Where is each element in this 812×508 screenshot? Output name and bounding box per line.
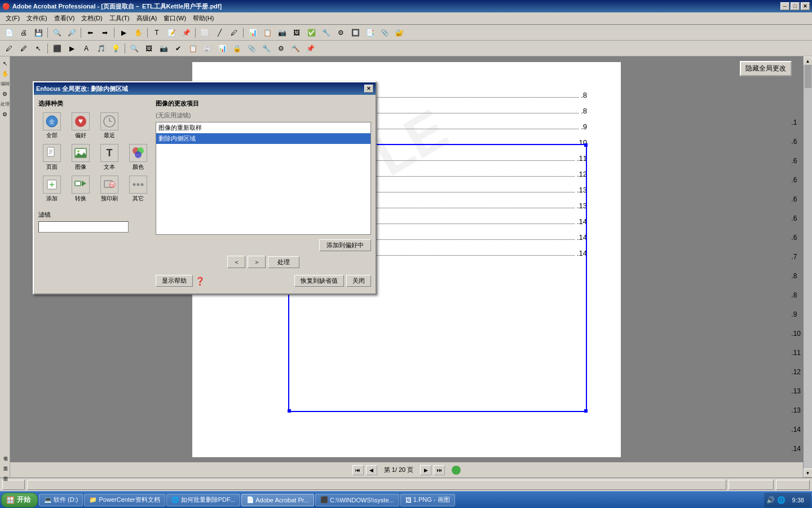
toolbar2-btn2[interactable]: 🖉 [17,42,30,55]
toolbar2-btn5[interactable]: A [80,42,93,55]
toolbar-btn2[interactable]: 📋 [261,27,274,39]
filter-input[interactable] [38,221,129,233]
toolbar-new[interactable]: 📄 [2,27,16,39]
icon-recent[interactable]: 最近 [96,111,122,141]
icon-page[interactable]: 页面 [38,143,65,172]
scrollbar-thumb[interactable] [805,65,811,88]
menu-file[interactable]: 文(F) [2,13,23,24]
taskbar-btn-acrobat[interactable]: 📄 Adobe Acrobat Pr... [241,494,314,506]
taskbar-btn-pdf[interactable]: 🌐 如何批量删除PDF... [166,494,240,506]
add-to-favorite-btn[interactable]: 添加到偏好中 [319,239,371,251]
toolbar2-btn12[interactable]: 📋 [186,42,200,55]
toolbar2-btn17[interactable]: 🔧 [259,42,273,55]
toolbar-line[interactable]: ╱ [213,27,226,39]
show-help-btn[interactable]: 显示帮助 [156,275,193,287]
toolbar-search[interactable]: 🔍 [50,27,64,39]
toolbar-select[interactable]: ▶ [117,27,130,39]
reset-btn[interactable]: 恢复到缺省值 [294,275,344,287]
close-btn[interactable]: ✕ [801,2,810,10]
toolbar-btn11[interactable]: 🔐 [392,27,406,39]
toolbar2-btn7[interactable]: 💡 [109,42,122,55]
toolbar2-btn11[interactable]: ✔ [171,42,185,55]
toolbar-btn3[interactable]: 📷 [275,27,289,39]
menu-help[interactable]: 帮助(H) [189,13,217,24]
toolbar-forward[interactable]: ➡ [98,27,112,39]
icon-prepress[interactable]: 预 预印刷 [96,174,122,204]
toolbar2-btn14[interactable]: 📊 [215,42,229,55]
toolbar-btn8[interactable]: 🔲 [348,27,362,39]
toolbar-btn7[interactable]: ⚙ [334,27,347,39]
icon-convert[interactable]: 转换 [67,174,94,204]
icon-color[interactable]: 颜色 [125,143,151,172]
hide-changes-btn[interactable]: 隐藏全局更改 [740,61,792,76]
process-btn[interactable]: 处理 [268,256,299,268]
tool-settings1[interactable]: ⚙ [1,89,10,98]
toolbar-print[interactable]: 🖨 [17,27,30,39]
toolbar2-btn9[interactable]: 🖼 [142,42,156,55]
tool-select[interactable]: ↖ [1,59,10,68]
changes-item-resample[interactable]: 图像的重新取样 [156,122,370,133]
toolbar-btn6[interactable]: 🔧 [319,27,333,39]
page-last-btn[interactable]: ⏭ [434,465,445,475]
tool-hand[interactable]: ✋ [1,69,10,78]
toolbar-btn4[interactable]: 🖼 [290,27,303,39]
scroll-down-btn[interactable]: ▼ [804,468,813,478]
toolbar-shapes[interactable]: ⬜ [198,27,211,39]
icon-text[interactable]: T 文本 [96,143,122,172]
taskbar-btn-windows[interactable]: ⬛ C:\\WINDOWS\\syste... [315,494,399,506]
toolbar-save[interactable]: 💾 [32,27,45,39]
taskbar-btn-powercenter[interactable]: 📁 PowerCenter资料文档 [84,494,165,506]
toolbar-text[interactable]: T [150,27,164,39]
toolbar2-btn10[interactable]: 📷 [157,42,170,55]
toolbar2-btn15[interactable]: 🔒 [230,42,244,55]
toolbar-back[interactable]: ⬅ [83,27,97,39]
nav-next-btn[interactable]: ＞ [248,256,266,268]
toolbar2-btn16[interactable]: 📎 [245,42,258,55]
menu-view[interactable]: 查看(V) [51,13,78,24]
menu-tools[interactable]: 工具(T) [106,13,133,24]
toolbar-zoom[interactable]: 🔎 [65,27,78,39]
dialog-close-btn[interactable]: ✕ [364,85,373,93]
toolbar2-btn20[interactable]: 📌 [303,42,317,55]
page-next-btn[interactable]: ▶ [420,465,431,475]
toolbar2-btn13[interactable]: 📰 [201,42,214,55]
toolbar-btn10[interactable]: 📎 [378,27,391,39]
toolbar2-btn3[interactable]: ⬛ [50,42,64,55]
icon-other[interactable]: 其它 [125,174,151,204]
toolbar2-btn6[interactable]: 🎵 [94,42,108,55]
taskbar-btn-software[interactable]: 💻 软件 (D:) [39,494,83,506]
toolbar2-btn18[interactable]: ⚙ [274,42,288,55]
dialog-close-action-btn[interactable]: 关闭 [346,275,371,287]
scroll-up-btn[interactable]: ▲ [804,56,813,65]
tool-process[interactable]: ⚙ [1,110,10,119]
icon-favorite[interactable]: ♥ 偏好 [67,111,94,141]
menu-advanced[interactable]: 高级(A) [133,13,161,24]
toolbar-highlight[interactable]: 🖊 [227,27,241,39]
minimize-btn[interactable]: ─ [780,2,789,10]
nav-prev-btn[interactable]: ＜ [227,256,245,268]
page-prev-btn[interactable]: ◀ [366,465,377,475]
toolbar2-btn8[interactable]: 🔍 [127,42,141,55]
toolbar2-btn19[interactable]: 🔨 [289,42,302,55]
menu-doc[interactable]: 文档(D) [78,13,105,24]
changes-item-delete[interactable]: 删除内侧区域 [156,133,370,144]
help-icon[interactable]: ❓ [195,277,205,286]
taskbar-btn-paint[interactable]: 🖼 1.PNG - 画图 [400,494,455,506]
start-button[interactable]: 🪟 开始 [1,493,38,507]
toolbar-annot[interactable]: 📝 [165,27,178,39]
toolbar-btn5[interactable]: ✅ [304,27,318,39]
menu-edit[interactable]: 文件(E) [23,13,51,24]
toolbar-stamp[interactable]: 📌 [179,27,193,39]
icon-image[interactable]: 图像 [67,143,94,172]
handle-br[interactable] [584,409,588,413]
toolbar2-select[interactable]: ↖ [32,42,45,55]
scrollbar-track[interactable] [804,65,813,468]
toolbar2-btn1[interactable]: 🖊 [2,42,16,55]
handle-bl[interactable] [288,409,291,413]
menu-window[interactable]: 窗口(W) [160,13,189,24]
toolbar-hand[interactable]: ✋ [131,27,145,39]
toolbar2-btn4[interactable]: ▶ [65,42,78,55]
toolbar-btn9[interactable]: 📑 [363,27,377,39]
page-first-btn[interactable]: ⏮ [352,465,364,475]
restore-btn[interactable]: □ [791,2,800,10]
